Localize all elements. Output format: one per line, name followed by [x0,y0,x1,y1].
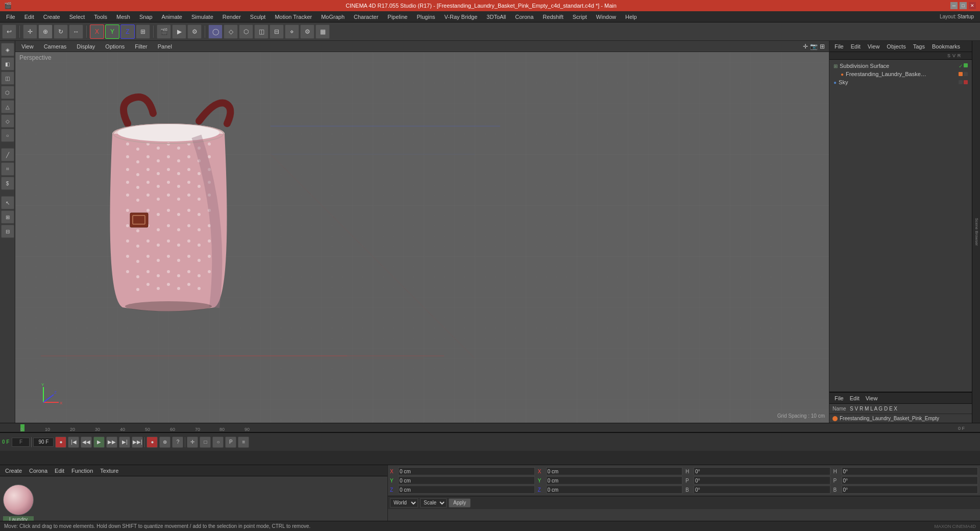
x-axis-button[interactable]: X [90,25,104,39]
keyframe-type-button[interactable]: □ [200,437,211,448]
auto-record-button[interactable]: ● [146,437,158,448]
obj-menu-objects[interactable]: Objects [885,42,908,51]
menu-animate[interactable]: Animate [158,13,186,21]
obj-menu-edit[interactable]: Edit [849,42,863,51]
play-forward-button[interactable]: ▶▶ [106,437,117,448]
z-pos-input[interactable] [398,486,535,494]
mat-menu-create[interactable]: Create [3,467,24,475]
rotate-tool-button[interactable]: ↻ [54,25,68,39]
edge-mode-button[interactable]: ◇ [224,25,238,39]
z-rot-input[interactable] [546,486,683,494]
menu-render[interactable]: Render [218,13,245,21]
left-tool-btn-1[interactable]: ╱ [1,148,14,161]
left-mode-btn-3[interactable]: ◫ [1,71,14,85]
menu-snap[interactable]: Snap [135,13,157,21]
left-mode-btn-6[interactable]: ◇ [1,114,14,128]
y-pos-input[interactable] [398,476,535,485]
scale-dropdown[interactable]: Scale Size [420,498,447,508]
menu-mograph[interactable]: MoGraph [317,13,349,21]
material-ball[interactable] [3,485,34,515]
prop-menu-view[interactable]: View [864,394,880,402]
menu-edit[interactable]: Edit [20,13,38,21]
b-input[interactable] [694,486,830,494]
vp-menu-filter[interactable]: Filter [133,42,149,51]
left-mode-btn-4[interactable]: ⬡ [1,86,14,99]
vp-menu-options[interactable]: Options [103,42,127,51]
next-keyframe-button[interactable]: ▶| [119,437,130,448]
menu-motion-tracker[interactable]: Motion Tracker [271,13,316,21]
menu-tools[interactable]: Tools [90,13,111,21]
obj-menu-bookmarks[interactable]: Bookmarks [930,42,962,51]
menu-file[interactable]: File [2,13,19,21]
window-controls[interactable]: ─ □ ✕ [950,2,976,9]
y-axis-button[interactable]: Y [105,25,119,39]
menu-pipeline[interactable]: Pipeline [383,13,411,21]
timeline-settings-button[interactable]: ≡ [238,437,249,448]
menu-select[interactable]: Select [65,13,89,21]
end-frame-input[interactable] [33,438,54,447]
vp-menu-view[interactable]: View [19,42,36,51]
live-selection-button[interactable]: ⊕ [38,25,53,39]
tree-item-basket[interactable]: ● Freestanding_Laundry_Basket_Pink_Empty [839,70,970,78]
keyframe-p-button[interactable]: P [225,437,236,448]
left-tool-btn-5[interactable]: ⊞ [1,210,14,224]
workplane-button[interactable]: ⊟ [270,25,284,39]
help-button[interactable]: ? [172,437,183,448]
world-dropdown[interactable]: World Object [390,498,418,508]
y-rot-input[interactable] [546,476,683,485]
render-region-button[interactable]: 🎬 [157,25,171,39]
menu-sculpt[interactable]: Sculpt [246,13,270,21]
vp-menu-display[interactable]: Display [75,42,97,51]
h-input[interactable] [694,467,830,475]
z-axis-button[interactable]: Z [120,25,135,39]
x-rot-input[interactable] [546,467,683,475]
render-view-button[interactable]: ▶ [172,25,186,39]
b2-input[interactable] [842,486,978,494]
viewport-canvas[interactable]: Perspective [15,52,829,423]
record-mode-button[interactable]: ⊕ [159,437,170,448]
menu-redshift[interactable]: Redshift [538,13,567,21]
vp-menu-cameras[interactable]: Cameras [42,42,69,51]
menu-3dtoall[interactable]: 3DToAll [482,13,510,21]
h2-input[interactable] [842,467,978,475]
maximize-button[interactable]: □ [960,2,967,9]
tree-item-subdivision[interactable]: ⊞ Subdivision Surface ✓ [831,62,970,70]
settings-button[interactable]: ⚙ [300,25,314,39]
vp-menu-panel[interactable]: Panel [156,42,174,51]
p2-input[interactable] [842,476,978,485]
obj-menu-file[interactable]: File [832,42,846,51]
coord-system-button[interactable]: ⊞ [136,25,150,39]
obj-menu-view[interactable]: View [866,42,882,51]
undo-button[interactable]: ↩ [2,25,16,39]
display-button[interactable]: ▦ [315,25,330,39]
obj-menu-tags[interactable]: Tags [911,42,927,51]
left-mode-btn-7[interactable]: ○ [1,129,14,142]
menu-plugins[interactable]: Plugins [412,13,439,21]
viewport[interactable]: View Cameras Display Options Filter Pane… [15,41,829,423]
left-tool-btn-3[interactable]: $ [1,177,14,190]
left-tool-btn-4[interactable]: ↖ [1,196,14,209]
rtab-browser[interactable]: Scene Browser [973,216,980,248]
menu-character[interactable]: Character [350,13,382,21]
end-frame-button[interactable]: ▶▶| [132,437,143,448]
left-mode-btn-1[interactable]: ◈ [1,43,14,56]
prev-keyframe-button[interactable]: |◀ [68,437,79,448]
menu-script[interactable]: Script [569,13,591,21]
x-pos-input[interactable] [398,467,535,475]
menu-help[interactable]: Help [621,13,641,21]
material-slot[interactable]: Laundry [3,485,34,523]
keyframe-circle-button[interactable]: ○ [212,437,224,448]
left-tool-btn-6[interactable]: ⊟ [1,225,14,238]
menu-window[interactable]: Window [592,13,620,21]
apply-button[interactable]: Apply [449,498,471,508]
render-settings-button[interactable]: ⚙ [187,25,202,39]
record-button[interactable]: ● [55,437,66,448]
texture-mode-button[interactable]: ◫ [254,25,268,39]
menu-create[interactable]: Create [39,13,64,21]
prop-menu-edit[interactable]: Edit [848,394,862,402]
prop-menu-file[interactable]: File [832,394,846,402]
menu-vray[interactable]: V-Ray Bridge [440,13,482,21]
frame-number-input[interactable] [12,438,30,447]
mat-menu-corona[interactable]: Corona [27,467,50,475]
play-reverse-button[interactable]: ◀◀ [81,437,92,448]
